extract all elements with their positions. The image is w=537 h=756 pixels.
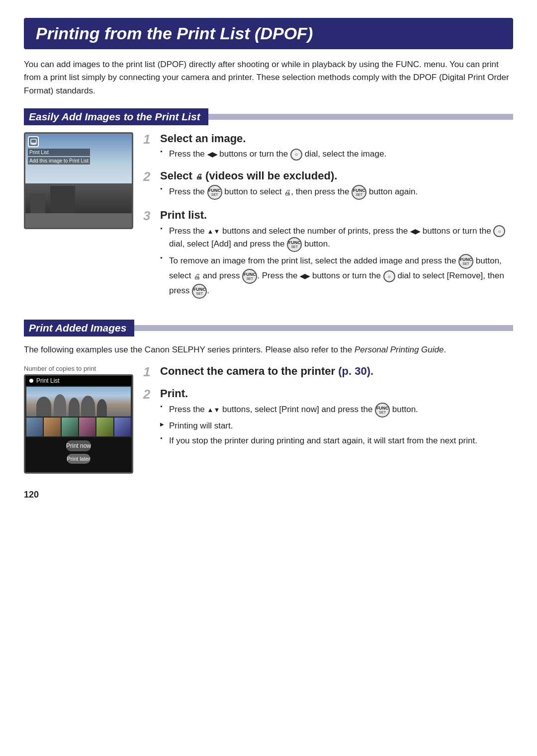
step2-content: Select 🖨 (videos will be excluded). Pres… bbox=[160, 169, 513, 202]
section2-steps: 1 Connect the camera to the printer (p. … bbox=[143, 365, 513, 456]
func-set-btn2: FUNCSET bbox=[352, 185, 366, 200]
func-set-btn3: FUNCSET bbox=[287, 237, 302, 252]
step3-title: Print list. bbox=[160, 209, 513, 222]
step1-content: Select an image. Press the ◀▶ buttons or… bbox=[160, 132, 513, 163]
step3-bullet2: To remove an image from the print list, … bbox=[160, 254, 513, 299]
print-step2-bullet1: Press the ▲▼ buttons, select [Print now]… bbox=[160, 403, 513, 418]
print-list-dot bbox=[29, 379, 33, 383]
page-title: Printing from the Print List (DPOF) bbox=[24, 18, 513, 49]
lr-arrows-icon: ◀▶ bbox=[207, 151, 217, 158]
step3-bullet1: Press the ▲▼ buttons and select the numb… bbox=[160, 225, 513, 252]
print-icon2: 🖨 bbox=[284, 187, 291, 198]
small-photo-2 bbox=[44, 418, 60, 436]
print-step2-bullet3: If you stop the printer during printing … bbox=[160, 434, 513, 447]
section2-content: Number of copies to print Print List bbox=[24, 365, 513, 474]
print-step1-title: Connect the camera to the printer (p. 30… bbox=[160, 365, 513, 378]
screen-label1: Print List bbox=[28, 149, 90, 156]
step1-bullets: Press the ◀▶ buttons or turn the ○ dial,… bbox=[160, 148, 513, 161]
step3: 3 Print list. Press the ▲▼ buttons and s… bbox=[143, 209, 513, 301]
step3-content: Print list. Press the ▲▼ buttons and sel… bbox=[160, 209, 513, 301]
small-photo-4 bbox=[79, 418, 95, 436]
func-set-btn5: FUNCSET bbox=[242, 269, 257, 284]
step3-bullets: Press the ▲▼ buttons and select the numb… bbox=[160, 225, 513, 299]
page-number: 120 bbox=[24, 490, 513, 500]
small-photos-row bbox=[26, 418, 131, 436]
section2-intro: The following examples use the Canon SEL… bbox=[24, 343, 513, 356]
print-screen-header: Print List bbox=[25, 376, 132, 386]
dial-icon3: ○ bbox=[383, 270, 395, 282]
print-step2-content: Print. Press the ▲▼ buttons, select [Pri… bbox=[160, 387, 513, 449]
print-screen: Print List bbox=[24, 374, 133, 474]
print-step1-content: Connect the camera to the printer (p. 30… bbox=[160, 365, 513, 380]
print-step1-num: 1 bbox=[143, 365, 157, 379]
func-set-btn6: FUNCSET bbox=[192, 284, 207, 299]
screen-label2: Add this image to Print List bbox=[28, 157, 90, 165]
page-title-text: Printing from the Print List (DPOF) bbox=[36, 24, 313, 43]
print-later-btn[interactable]: Print later bbox=[67, 454, 90, 464]
photo-grid bbox=[25, 386, 132, 437]
section1-header: Easily Add Images to the Print List bbox=[24, 108, 513, 125]
print-step2-title: Print. bbox=[160, 387, 513, 400]
print-icon3: 🖨 bbox=[193, 271, 200, 282]
section1-header-bar bbox=[208, 114, 513, 120]
camera-screen-image: Print List Add this image to Print List bbox=[24, 132, 133, 229]
func-set-btn7: FUNCSET bbox=[375, 403, 390, 418]
small-photo-1 bbox=[26, 418, 43, 436]
small-photo-3 bbox=[62, 418, 78, 436]
print-step1: 1 Connect the camera to the printer (p. … bbox=[143, 365, 513, 380]
dial-icon2: ○ bbox=[493, 225, 505, 237]
lr-arrows-icon2: ◀▶ bbox=[410, 228, 420, 235]
step2: 2 Select 🖨 (videos will be excluded). Pr… bbox=[143, 169, 513, 202]
section1-header-text: Easily Add Images to the Print List bbox=[24, 108, 208, 125]
section1-steps: 1 Select an image. Press the ◀▶ buttons … bbox=[143, 132, 513, 308]
step1-bullet1: Press the ◀▶ buttons or turn the ○ dial,… bbox=[160, 148, 513, 161]
screen-city bbox=[25, 183, 132, 213]
print-screen-wrapper: Number of copies to print Print List bbox=[24, 365, 133, 474]
section2-header-bar bbox=[134, 325, 513, 331]
func-set-btn1: FUNCSET bbox=[207, 185, 222, 200]
print-list-label: Print List bbox=[36, 377, 60, 384]
print-list-icon2: 🖨 bbox=[195, 172, 202, 181]
screen-ground bbox=[25, 213, 132, 229]
func-set-btn4: FUNCSET bbox=[458, 254, 473, 269]
page-link[interactable]: (p. 30). bbox=[338, 365, 373, 377]
step1-title: Select an image. bbox=[160, 132, 513, 145]
print-step2: 2 Print. Press the ▲▼ buttons, select [P… bbox=[143, 387, 513, 449]
section2-header: Print Added Images bbox=[24, 320, 513, 336]
screen-overlay: Print List Add this image to Print List bbox=[28, 136, 90, 165]
ud-arrows-icon2: ▲▼ bbox=[207, 407, 220, 414]
print-list-icon bbox=[28, 136, 39, 147]
ud-arrows-icon1: ▲▼ bbox=[207, 228, 220, 235]
print-step2-bullet2: Printing will start. bbox=[160, 420, 513, 432]
small-photo-6 bbox=[114, 418, 131, 436]
step3-num: 3 bbox=[143, 209, 157, 223]
print-step2-bullets: Press the ▲▼ buttons, select [Print now]… bbox=[160, 403, 513, 447]
print-now-btn[interactable]: Print now bbox=[66, 440, 91, 451]
step2-title: Select 🖨 (videos will be excluded). bbox=[160, 169, 513, 182]
step2-num: 2 bbox=[143, 169, 157, 184]
intro-paragraph: You can add images to the print list (DP… bbox=[24, 58, 513, 97]
section1-content: Print List Add this image to Print List … bbox=[24, 132, 513, 308]
photo-people bbox=[26, 387, 131, 417]
small-photo-5 bbox=[96, 418, 113, 436]
lr-arrows-icon3: ◀▶ bbox=[300, 273, 310, 280]
print-screen-label: Number of copies to print bbox=[24, 365, 133, 372]
dial-icon: ○ bbox=[290, 149, 302, 161]
print-step2-num: 2 bbox=[143, 387, 157, 402]
print-buttons: Print now Print later bbox=[25, 440, 132, 465]
section2-header-text: Print Added Images bbox=[24, 320, 134, 336]
guide-italic: Personal Printing Guide bbox=[355, 345, 444, 354]
step2-bullet1: Press the FUNCSET button to select 🖨, th… bbox=[160, 185, 513, 200]
step1: 1 Select an image. Press the ◀▶ buttons … bbox=[143, 132, 513, 163]
step1-num: 1 bbox=[143, 132, 157, 147]
step2-bullets: Press the FUNCSET button to select 🖨, th… bbox=[160, 185, 513, 200]
